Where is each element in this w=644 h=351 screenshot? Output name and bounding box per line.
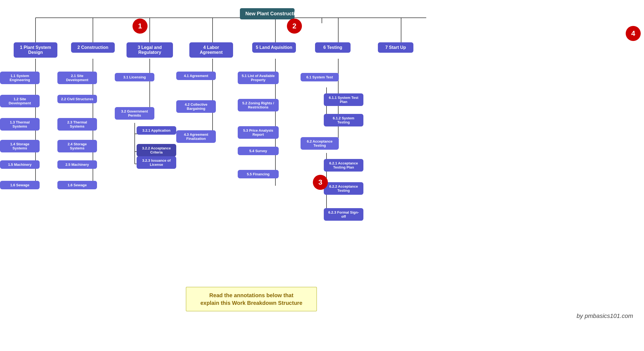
annotation-1: 1 (133, 19, 148, 34)
node-1-5[interactable]: 1.5 Machinery (0, 160, 40, 169)
node-1-2[interactable]: 1.2 Site Development (0, 95, 40, 107)
node-6-2[interactable]: 6.2 Acceptance Testing (301, 137, 339, 150)
annotation-3: 3 (313, 175, 328, 190)
node-2-5[interactable]: 2.5 Machinery (57, 160, 97, 169)
note-text-2: explain this Work Breakdown Structure (200, 300, 302, 306)
root-node: New Plant Construction Project (240, 8, 295, 19)
node-3-2-1[interactable]: 3.2.1 Application (137, 126, 176, 135)
node-3-1[interactable]: 3.1 Licensing (115, 73, 154, 81)
node-3-2[interactable]: 3.2 Government Permits (115, 107, 154, 120)
level1-testing[interactable]: 6 Testing (315, 42, 351, 53)
level1-construction[interactable]: 2 Construction (71, 42, 115, 53)
node-6-2-1[interactable]: 6.2.1 Acceptance Testing Plan (324, 159, 363, 172)
note-text-1: Read the annotations below that (209, 292, 293, 298)
node-4-1[interactable]: 4.1 Agreement (176, 72, 216, 80)
node-2-2[interactable]: 2.2 Civil Structures (57, 95, 97, 103)
node-4-2[interactable]: 4.2 Collective Bargaining (176, 100, 216, 113)
annotation-2: 2 (287, 19, 302, 34)
node-2-6[interactable]: 1.6 Sewage (57, 181, 97, 189)
root-label: New Plant Construction Project (245, 11, 319, 16)
node-6-1[interactable]: 6.1 System Test (301, 73, 339, 81)
node-1-1[interactable]: 1.1 System Engineering (0, 72, 40, 84)
level1-plant-system-design[interactable]: 1 Plant System Design (14, 42, 57, 58)
node-3-2-3[interactable]: 3.2.3 Issuance of License (137, 156, 176, 169)
node-5-4[interactable]: 5.4 Survey (238, 147, 279, 155)
node-5-5[interactable]: 5.5 Financing (238, 170, 279, 178)
node-2-1[interactable]: 2.1 Site Development (57, 72, 97, 84)
node-6-1-2[interactable]: 6.1.2 System Testing (324, 114, 363, 126)
node-5-3[interactable]: 5.3 Price Analysis Report (238, 126, 279, 139)
node-3-2-2[interactable]: 3.2.2 Acceptance Criteria (137, 144, 176, 157)
node-2-3[interactable]: 2.3 Thermal Systems (57, 118, 97, 131)
level1-labor[interactable]: 4 Labor Agreement (189, 42, 233, 58)
node-1-4[interactable]: 1.4 Storage Systems (0, 140, 40, 152)
node-6-2-2[interactable]: 6.2.2 Acceptance Testing (324, 182, 363, 195)
note-box: Read the annotations below that explain … (186, 287, 317, 311)
node-1-6[interactable]: 1.6 Sewage (0, 181, 40, 189)
node-4-3[interactable]: 4.3 Agreement Finalization (176, 130, 216, 143)
level1-startup[interactable]: 7 Start Up (378, 42, 413, 53)
watermark: by pmbasics101.com (577, 312, 633, 320)
level1-legal[interactable]: 3 Legal and Regulatory (127, 42, 173, 58)
node-6-2-3[interactable]: 6.2.3 Formal Sign-off (324, 208, 363, 221)
node-6-1-1[interactable]: 6.1.1 System Test Plan (324, 93, 363, 106)
annotation-4: 4 (626, 26, 641, 41)
node-5-1[interactable]: 5.1 List of Available Property (238, 72, 279, 84)
level1-land[interactable]: 5 Land Aquisition (252, 42, 296, 53)
node-2-4[interactable]: 2.4 Storage Systems (57, 140, 97, 152)
node-5-2[interactable]: 5.2 Zoning Rights / Restrictions (238, 99, 279, 111)
node-1-3[interactable]: 1.3 Thermal Systems (0, 118, 40, 131)
diagram-container: New Plant Construction Project 1 Plant S… (0, 0, 644, 328)
